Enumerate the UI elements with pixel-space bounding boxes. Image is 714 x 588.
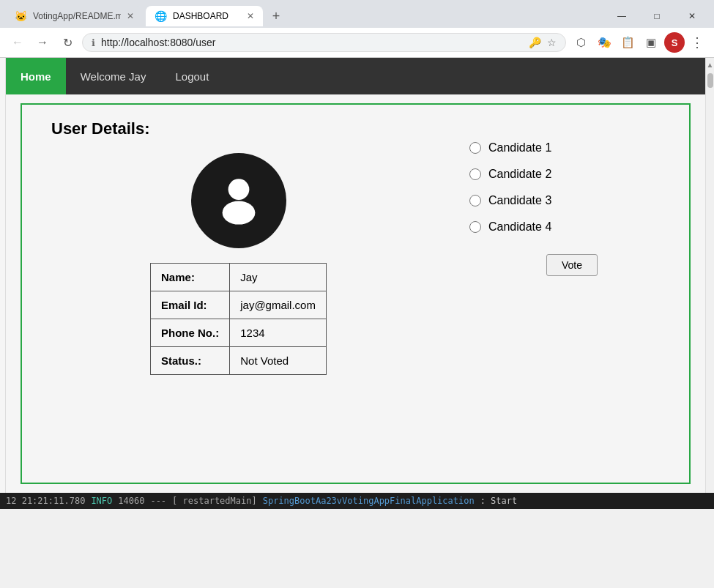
forward-button[interactable]: → [32,32,53,53]
tab2-close-icon[interactable]: ✕ [247,11,254,21]
terminal-thread: [ restartedMain] [172,496,257,506]
browser-tab-1[interactable]: 🐱 VotingApp/README.md at mas... ✕ [6,6,143,26]
welcome-nav-link: Welcome Jay [66,58,161,94]
terminal-level: INFO [91,496,112,506]
tab1-favicon: 🐱 [15,10,27,22]
reload-button[interactable]: ↻ [57,32,78,53]
browser-toolbar: ← → ↻ ℹ http://localhost:8080/user 🔑 ☆ ⬡… [0,28,714,58]
voting-section: Candidate 1 Candidate 2 Candidate 3 Cand… [469,119,674,468]
toolbar-icons: ⬡ 🎭 📋 ▣ S ⋮ [570,32,707,53]
welcome-label: Welcome Jay [81,70,146,83]
candidate-4-label: Candidate 4 [488,220,551,234]
name-label: Name: [151,264,230,291]
menu-button[interactable]: ⋮ [688,34,707,51]
browser-tab-2[interactable]: 🌐 DASHBOARD ✕ [146,6,263,26]
key-icon: 🔑 [529,37,541,48]
browser-title-bar: 🐱 VotingApp/README.md at mas... ✕ 🌐 DASH… [0,0,714,28]
email-label: Email Id: [151,291,230,319]
candidate-3-option[interactable]: Candidate 3 [469,194,551,207]
svg-point-0 [228,179,249,200]
left-edge-bar [0,58,6,493]
maximize-button[interactable]: □ [641,4,673,28]
browser-window: 🐱 VotingApp/README.md at mas... ✕ 🌐 DASH… [0,0,714,509]
home-nav-button[interactable]: Home [6,58,66,94]
candidate-1-radio[interactable] [469,142,481,154]
terminal-pid: 14060 [118,496,144,506]
terminal-timestamp: 12 21:21:11.780 [6,496,85,506]
table-row-status: Status.: Not Voted [151,347,327,375]
vote-button-label: Vote [562,259,582,271]
table-row-phone: Phone No.: 1234 [151,319,327,347]
candidate-2-option[interactable]: Candidate 2 [469,168,551,181]
name-value: Jay [230,264,327,291]
table-row-name: Name: Jay [151,264,327,291]
table-row-email: Email Id: jay@gmail.com [151,291,327,319]
terminal-app: SpringBootAa23vVotingAppFinalApplication [263,496,475,506]
address-bar[interactable]: ℹ http://localhost:8080/user 🔑 ☆ [82,33,566,52]
extensions-icon[interactable]: ⬡ [570,32,591,53]
candidate-4-radio[interactable] [469,221,481,233]
user-details-section: User Details: [37,119,440,468]
bookmark-icon[interactable]: ☆ [547,37,557,48]
user-details-table: Name: Jay Email Id: jay@gmail.com Phone … [150,263,327,375]
main-container: User Details: [21,103,691,484]
phone-value: 1234 [230,319,327,347]
sidebar-icon[interactable]: ▣ [641,32,661,53]
user-avatar [191,153,286,248]
profile-button[interactable]: S [664,32,685,53]
candidate-1-label: Candidate 1 [488,141,551,155]
tab2-title: DASHBOARD [173,11,228,21]
terminal-message: : Start [480,496,518,506]
logout-label: Logout [175,70,209,83]
app-navbar: Home Welcome Jay Logout [6,58,705,94]
window-controls: — □ ✕ [606,4,708,28]
avatar-icon [209,171,268,231]
candidate-4-option[interactable]: Candidate 4 [469,220,551,234]
candidate-3-radio[interactable] [469,195,481,206]
candidate-2-label: Candidate 2 [488,168,551,181]
tab1-close-icon[interactable]: ✕ [127,11,134,21]
media-icon[interactable]: 🎭 [594,32,614,53]
url-text: http://localhost:8080/user [101,37,523,48]
logout-nav-button[interactable]: Logout [160,58,223,94]
status-value: Not Voted [230,347,327,375]
close-button[interactable]: ✕ [676,4,708,28]
scroll-thumb[interactable] [707,73,713,88]
page-content: Home Welcome Jay Logout User Details: [6,58,705,493]
status-label: Status.: [151,347,230,375]
scrollbar[interactable]: ▲ [705,58,714,493]
new-tab-button[interactable]: + [266,6,286,26]
minimize-button[interactable]: — [606,4,638,28]
home-nav-label: Home [21,70,51,83]
phone-label: Phone No.: [151,319,230,347]
terminal-separator: --- [150,496,166,506]
lock-icon: ℹ [92,37,95,48]
email-value: jay@gmail.com [230,291,327,319]
back-button[interactable]: ← [7,32,28,53]
vote-button[interactable]: Vote [546,254,598,276]
candidate-2-radio[interactable] [469,168,481,180]
scroll-up-arrow[interactable]: ▲ [705,59,714,70]
svg-point-1 [222,201,255,224]
terminal-bar: 12 21:21:11.780 INFO 14060 --- [ restart… [0,493,714,509]
user-details-title: User Details: [51,119,150,138]
browser-content-area: Home Welcome Jay Logout User Details: [0,58,714,493]
candidate-3-label: Candidate 3 [488,194,551,207]
download-icon[interactable]: 📋 [617,32,638,53]
candidate-1-option[interactable]: Candidate 1 [469,141,551,155]
tab2-favicon: 🌐 [155,10,167,22]
tab1-title: VotingApp/README.md at mas... [33,11,121,21]
